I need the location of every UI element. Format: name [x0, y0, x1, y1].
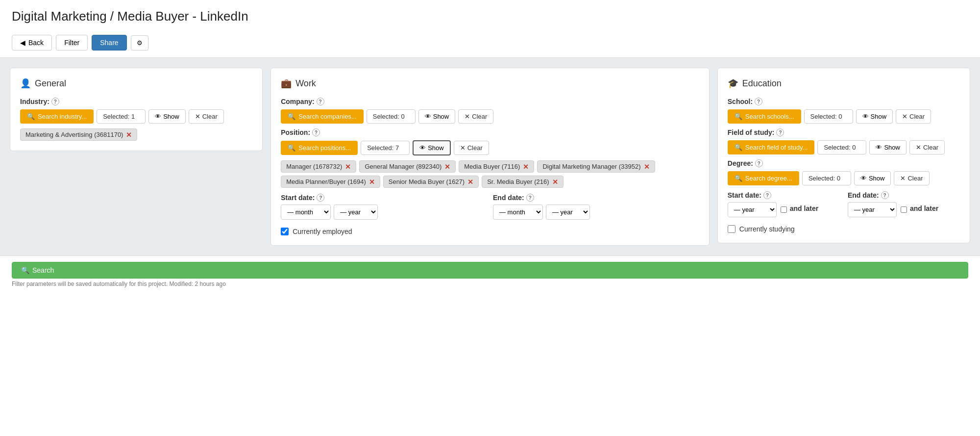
edu-start-date-label: Start date: ? — [728, 191, 840, 199]
settings-button[interactable]: ⚙ — [131, 35, 148, 51]
education-section: 🎓 Education School: ? 🔍 Search schools..… — [717, 68, 970, 243]
search-company-button[interactable]: 🔍 Search companies... — [281, 109, 364, 124]
industry-selected-count: Selected: 1 — [97, 109, 146, 124]
position-help-icon: ? — [312, 128, 320, 136]
footer-note: Filter parameters will be saved automati… — [12, 281, 968, 287]
edu-start-date-group: Start date: ? — year20242023202220212020… — [728, 191, 840, 217]
eye-icon: 👁 — [155, 113, 161, 120]
times-icon: ✕ — [195, 113, 200, 120]
remove-position-tag-button[interactable]: ✕ — [523, 163, 529, 170]
industry-show-button[interactable]: 👁 Show — [148, 109, 186, 124]
remove-position-tag-button[interactable]: ✕ — [644, 163, 650, 170]
back-button[interactable]: ◀ Back — [12, 35, 52, 51]
edu-end-and-later-label[interactable]: and later — [910, 205, 938, 212]
work-end-year-select[interactable]: — year2024202320222021202020192018201720… — [546, 205, 590, 220]
currently-employed-label[interactable]: Currently employed — [293, 228, 352, 235]
edu-start-and-later-label[interactable]: and later — [790, 205, 818, 212]
school-clear-button[interactable]: ✕ Clear — [896, 109, 931, 124]
school-selected-count: Selected: 0 — [804, 109, 853, 124]
work-end-month-select[interactable]: — monthJanuaryFebruaryMarchAprilMayJuneJ… — [493, 205, 543, 220]
edu-end-date-label: End date: ? — [848, 191, 960, 199]
work-section: 💼 Work Company: ? 🔍 Search companies... … — [270, 68, 710, 246]
work-end-date-group: End date: ? — monthJanuaryFebruaryMarchA… — [493, 194, 699, 220]
eye-icon: 👁 — [425, 113, 431, 120]
position-field-row: 🔍 Search positions... Selected: 7 👁 Show… — [281, 140, 699, 155]
degree-help-icon: ? — [755, 159, 763, 167]
school-label: School: ? — [728, 98, 960, 105]
edu-end-year-select[interactable]: — year2024202320222021202020192018201720… — [848, 202, 897, 217]
end-date-help-icon: ? — [526, 194, 534, 202]
company-selected-count: Selected: 0 — [367, 109, 416, 124]
degree-label: Degree: ? — [728, 159, 960, 167]
remove-position-tag-button[interactable]: ✕ — [345, 163, 351, 170]
list-item: Senior Media Buyer (1627)✕ — [383, 176, 479, 188]
search-icon: 🔍 — [288, 144, 295, 152]
company-show-button[interactable]: 👁 Show — [418, 109, 456, 124]
eye-icon: 👁 — [419, 144, 426, 152]
remove-position-tag-button[interactable]: ✕ — [552, 179, 558, 185]
gear-icon: ⚙ — [137, 39, 143, 47]
currently-employed-row: Currently employed — [281, 228, 699, 235]
search-industry-button[interactable]: 🔍 Search industry... — [20, 109, 94, 124]
page-title: Digital Marketing / Media Buyer - Linked… — [12, 9, 968, 24]
filter-button[interactable]: Filter — [56, 35, 88, 51]
field-show-button[interactable]: 👁 Show — [869, 140, 906, 154]
search-field-button[interactable]: 🔍 Search field of study... — [728, 140, 815, 154]
position-selected-count: Selected: 7 — [361, 141, 410, 155]
search-icon: 🔍 — [27, 113, 35, 120]
company-clear-button[interactable]: ✕ Clear — [458, 109, 493, 124]
remove-position-tag-button[interactable]: ✕ — [444, 163, 450, 170]
work-start-month-select[interactable]: — monthJanuaryFebruaryMarchAprilMayJuneJ… — [281, 205, 331, 220]
edu-start-help-icon: ? — [763, 191, 771, 199]
search-school-button[interactable]: 🔍 Search schools... — [728, 109, 801, 124]
currently-employed-checkbox[interactable] — [281, 228, 289, 235]
times-icon: ✕ — [465, 113, 470, 120]
field-of-study-row: 🔍 Search field of study... Selected: 0 👁… — [728, 140, 960, 154]
work-date-row: Start date: ? — monthJanuaryFebruaryMarc… — [281, 194, 699, 220]
list-item: Digital Marketing Manager (33952)✕ — [537, 160, 655, 173]
work-start-date-group: Start date: ? — monthJanuaryFebruaryMarc… — [281, 194, 487, 220]
work-start-date-label: Start date: ? — [281, 194, 487, 202]
eye-icon: 👁 — [876, 144, 882, 151]
edu-start-and-later-checkbox[interactable] — [781, 206, 787, 213]
search-icon: 🔍 — [21, 266, 29, 274]
school-show-button[interactable]: 👁 Show — [856, 109, 893, 124]
degree-show-button[interactable]: 👁 Show — [854, 171, 891, 185]
work-start-year-select[interactable]: — year2024202320222021202020192018201720… — [334, 205, 378, 220]
edu-end-and-later-checkbox[interactable] — [901, 206, 907, 213]
school-help-icon: ? — [755, 98, 762, 105]
search-icon: 🔍 — [735, 175, 742, 182]
remove-position-tag-button[interactable]: ✕ — [369, 179, 375, 185]
list-item: Sr. Media Buyer (216)✕ — [482, 176, 563, 188]
search-position-button[interactable]: 🔍 Search positions... — [281, 141, 358, 155]
currently-studying-checkbox[interactable] — [728, 225, 735, 233]
times-icon: ✕ — [460, 144, 466, 152]
field-help-icon: ? — [776, 128, 784, 136]
search-icon: 🔍 — [735, 113, 742, 120]
search-button[interactable]: 🔍 Search — [12, 262, 968, 279]
currently-studying-row: Currently studying — [728, 225, 960, 233]
search-degree-button[interactable]: 🔍 Search degree... — [728, 171, 799, 185]
back-icon: ◀ — [20, 39, 25, 47]
industry-clear-button[interactable]: ✕ Clear — [189, 109, 224, 124]
company-field-row: 🔍 Search companies... Selected: 0 👁 Show… — [281, 109, 699, 124]
times-icon: ✕ — [916, 144, 921, 151]
edu-start-year-select[interactable]: — year2024202320222021202020192018201720… — [728, 202, 777, 217]
start-date-help-icon: ? — [317, 194, 324, 202]
currently-studying-label[interactable]: Currently studying — [739, 225, 795, 233]
industry-tags: Marketing & Advertising (3681170) ✕ — [20, 128, 252, 141]
position-show-button[interactable]: 👁 Show — [413, 140, 451, 155]
remove-industry-tag-button[interactable]: ✕ — [126, 131, 132, 138]
position-label: Position: ? — [281, 128, 699, 136]
list-item: Manager (1678732)✕ — [281, 160, 356, 173]
user-icon: 👤 — [20, 78, 31, 89]
work-end-date-label: End date: ? — [493, 194, 699, 202]
degree-clear-button[interactable]: ✕ Clear — [894, 171, 929, 185]
field-clear-button[interactable]: ✕ Clear — [909, 140, 945, 154]
remove-position-tag-button[interactable]: ✕ — [467, 179, 473, 185]
list-item: General Manager (892340)✕ — [359, 160, 456, 173]
share-button[interactable]: Share — [92, 35, 126, 51]
search-icon: 🔍 — [288, 113, 295, 120]
position-clear-button[interactable]: ✕ Clear — [454, 141, 489, 155]
eye-icon: 👁 — [860, 175, 867, 182]
